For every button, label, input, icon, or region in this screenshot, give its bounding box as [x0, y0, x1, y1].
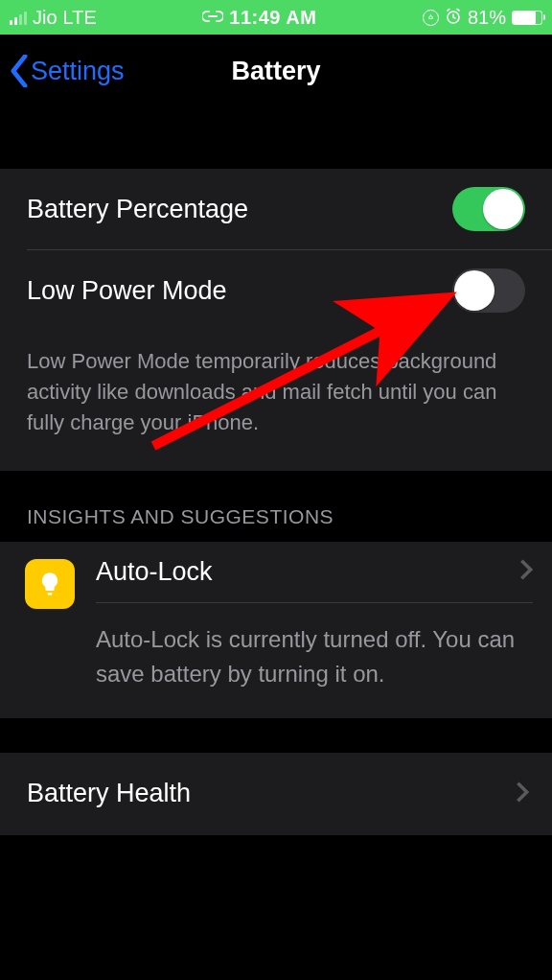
alarm-icon: [445, 8, 462, 28]
chevron-right-icon: [519, 558, 533, 585]
status-center: 11:49 AM: [202, 7, 316, 29]
battery-health-label: Battery Health: [27, 779, 191, 808]
low-power-mode-row: Low Power Mode: [0, 250, 552, 331]
battery-icon: [512, 11, 542, 25]
row-separator: [96, 602, 533, 603]
low-power-mode-toggle[interactable]: [452, 268, 525, 313]
autolock-suggestion-row[interactable]: Auto-Lock Auto-Lock is currently turned …: [0, 542, 552, 718]
signal-strength-icon: [10, 10, 27, 25]
lightbulb-icon: [25, 559, 75, 609]
chevron-left-icon: [10, 55, 29, 87]
navigation-bar: Settings Battery: [0, 35, 552, 107]
battery-percentage-row: Battery Percentage: [0, 169, 552, 249]
status-left: Jio LTE: [10, 7, 97, 29]
battery-percentage-label: Battery Percentage: [27, 195, 248, 224]
battery-options-group: Battery Percentage Low Power Mode Low Po…: [0, 169, 552, 471]
battery-percent-label: 81%: [468, 7, 506, 29]
autolock-title: Auto-Lock: [96, 557, 213, 587]
low-power-mode-footer: Low Power Mode temporarily reduces backg…: [0, 331, 552, 471]
back-button[interactable]: Settings: [10, 55, 125, 87]
status-right: 81%: [423, 7, 542, 29]
back-label: Settings: [31, 57, 125, 86]
carrier-label: Jio: [33, 7, 58, 29]
link-icon: [202, 10, 223, 26]
low-power-mode-label: Low Power Mode: [27, 276, 227, 306]
status-bar: Jio LTE 11:49 AM 81%: [0, 0, 552, 35]
orientation-lock-icon: [423, 10, 439, 26]
page-title: Battery: [231, 57, 320, 86]
network-label: LTE: [63, 7, 97, 29]
insights-header: INSIGHTS AND SUGGESTIONS: [0, 505, 552, 542]
chevron-right-icon: [516, 781, 529, 807]
battery-percentage-toggle[interactable]: [452, 187, 525, 231]
autolock-description: Auto-Lock is currently turned off. You c…: [96, 622, 533, 691]
clock-time: 11:49 AM: [229, 7, 316, 29]
battery-health-row[interactable]: Battery Health: [0, 753, 552, 835]
